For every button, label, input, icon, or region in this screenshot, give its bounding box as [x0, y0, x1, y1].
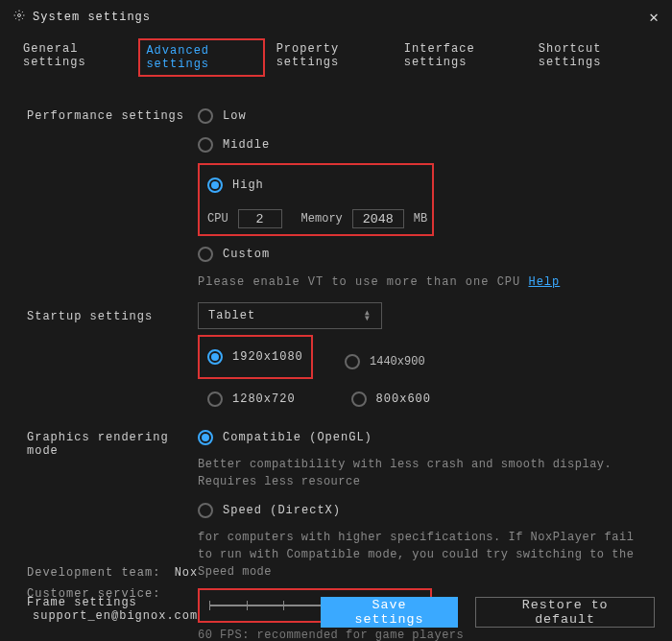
footer: Development team: Nox Customer service: …: [0, 553, 672, 641]
res-800-label: 800x600: [376, 392, 431, 406]
memory-unit: MB: [414, 212, 427, 226]
chevron-updown-icon: ▴▾: [364, 310, 372, 321]
titlebar: System settings ✕: [0, 0, 672, 31]
tab-shortcut[interactable]: Shortcut settings: [533, 38, 655, 77]
res-1440-label: 1440x900: [370, 355, 425, 368]
radio-res-800[interactable]: [351, 392, 367, 407]
radio-low-label: Low: [223, 109, 247, 123]
res-1280-label: 1280x720: [232, 392, 296, 406]
window-title: System settings: [33, 11, 151, 24]
tab-interface[interactable]: Interface settings: [398, 38, 527, 77]
dev-team-label: Development team:: [27, 566, 160, 580]
radio-low[interactable]: [198, 108, 213, 124]
radio-middle[interactable]: [198, 137, 213, 153]
tab-general[interactable]: General settings: [17, 38, 132, 77]
tab-property[interactable]: Property settings: [271, 38, 393, 77]
high-preset-box: High CPU Memory MB: [198, 163, 434, 236]
cpu-label: CPU: [207, 212, 228, 226]
svg-point-0: [18, 14, 21, 17]
tabs: General settings Advanced settings Prope…: [0, 31, 672, 84]
radio-custom-label: Custom: [223, 248, 270, 261]
radio-res-1280[interactable]: [207, 392, 223, 407]
radio-middle-label: Middle: [223, 138, 270, 152]
compatible-label: Compatible (OpenGL): [223, 431, 372, 444]
vt-hint: Please enable VT to use more than one CP…: [198, 275, 520, 289]
radio-speed[interactable]: [198, 503, 213, 518]
radio-high[interactable]: [207, 178, 223, 193]
customer-service-label: Customer service:: [27, 587, 160, 601]
close-icon[interactable]: ✕: [649, 8, 659, 27]
radio-res-1440[interactable]: [345, 354, 360, 369]
startup-label: Startup settings: [27, 302, 198, 414]
restore-button[interactable]: Restore to default: [475, 597, 655, 628]
startup-select[interactable]: Tablet ▴▾: [198, 302, 382, 329]
performance-label: Performance settings: [27, 102, 198, 300]
memory-label: Memory: [301, 212, 343, 226]
compatible-desc: Better compatibility with less crash and…: [198, 456, 639, 490]
dev-team-value: Nox: [175, 566, 199, 580]
radio-custom[interactable]: [198, 247, 213, 262]
cpu-input[interactable]: [238, 209, 282, 228]
tab-advanced[interactable]: Advanced settings: [138, 38, 264, 77]
memory-input[interactable]: [352, 209, 404, 228]
radio-high-label: High: [232, 178, 264, 192]
save-button[interactable]: Save settings: [321, 597, 458, 628]
help-link[interactable]: Help: [528, 275, 560, 289]
startup-select-value: Tablet: [208, 309, 255, 322]
gear-icon: [13, 10, 25, 25]
customer-service-value: support_en@bignox.com: [33, 609, 198, 623]
resolution-highlight: 1920x1080: [198, 335, 313, 379]
radio-res-1920[interactable]: [207, 349, 223, 365]
radio-compatible[interactable]: [198, 430, 213, 445]
res-1920-label: 1920x1080: [232, 350, 303, 364]
speed-label: Speed (DirectX): [223, 504, 341, 517]
